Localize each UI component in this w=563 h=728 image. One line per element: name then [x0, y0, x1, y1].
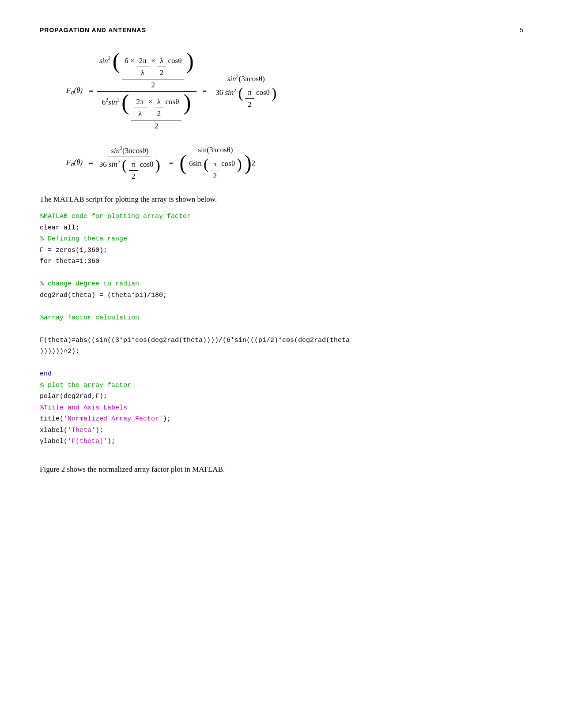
code-line-8: deg2rad(theta) = (theta*pi)/180; [40, 290, 523, 301]
code-ylabel-start: ylabel( [40, 438, 68, 445]
code-line-blank2 [40, 301, 523, 312]
code-f-zeros: F = zeros(1,360); [40, 247, 107, 254]
equation-1: Fa(θ) = sin2 ( 6 × 2π λ × λ [66, 51, 523, 131]
code-line-blank3 [40, 323, 523, 335]
prose-figure2: Figure 2 shows the normalized array fact… [40, 465, 523, 474]
eq2-close-paren: ) [245, 153, 252, 174]
eq2-equals2: = [169, 159, 174, 168]
code-comment-4: %array factor calculation [40, 314, 139, 322]
code-xlabel-start: xlabel( [40, 427, 68, 434]
eq1-label: Fa(θ) [66, 86, 83, 96]
eq2-inner-fraction: sin(3πcosθ) 6sin ( π 2 cosθ ) [186, 145, 244, 181]
eq1-num-inner-frac: 6 × 2π λ × λ 2 cosθ 2 [122, 56, 184, 90]
code-title-end: ); [163, 415, 171, 423]
code-title-start: title( [40, 415, 64, 423]
code-for: for theta=1:360 [40, 258, 99, 265]
header-title: PROPAGATION AND ANTENNAS [40, 26, 146, 34]
eq1-denominator: 62sin2 ( 2π λ × λ 2 cosθ [99, 92, 194, 132]
code-xlabel-str: 'Theta' [68, 427, 95, 434]
page-header: PROPAGATION AND ANTENNAS 5 [40, 26, 523, 34]
code-line-21: ylabel('F(theta)'); [40, 436, 523, 447]
code-comment-1: %MATLAB code for plotting array factor [40, 213, 191, 220]
code-line-15: end [40, 368, 523, 380]
prose-matlab-intro: The MATLAB script for plotting the array… [40, 195, 523, 204]
code-comment-2: % Defining theta range [40, 235, 127, 243]
code-title-str: 'Normalized Array Factor' [64, 415, 163, 423]
eq2-label: Fa(θ) [66, 158, 83, 168]
eq1-main-fraction: sin2 ( 6 × 2π λ × λ 2 cosθ [97, 51, 196, 131]
code-line-1: %MATLAB code for plotting array factor [40, 211, 523, 222]
code-line-19: title('Normalized Array Factor'); [40, 413, 523, 425]
eq2-exponent: 2 [252, 159, 256, 168]
code-line-5: for theta=1:360 [40, 256, 523, 267]
eq1-equals1: = [89, 87, 93, 96]
code-line-20: xlabel('Theta'); [40, 425, 523, 436]
code-line-18: %Title and Axis Labels [40, 402, 523, 414]
eq1-equals2: = [203, 87, 207, 96]
math-section-1: Fa(θ) = sin2 ( 6 × 2π λ × λ [66, 51, 523, 182]
code-deg2rad: deg2rad(theta) = (theta*pi)/180; [40, 292, 167, 299]
code-block: %MATLAB code for plotting array factor c… [40, 211, 523, 447]
code-ftheta2: ))))))^2); [40, 348, 79, 355]
equation-2: Fa(θ) = sin2(3πcosθ) 36 sin2 ( π 2 cosθ … [66, 145, 523, 182]
code-polar: polar(deg2rad,F); [40, 393, 107, 400]
code-line-12: F(theta)=abs((sin((3*pi*cos(deg2rad(thet… [40, 335, 523, 346]
code-comment-3: % change degree to radian [40, 280, 139, 288]
eq1-simplified-fraction: sin2(3πcosθ) 36 sin2 ( π 2 cosθ ) [213, 73, 279, 110]
code-ftheta1: F(theta)=abs((sin((3*pi*cos(deg2rad(thet… [40, 337, 350, 344]
eq2-fraction: sin2(3πcosθ) 36 sin2 ( π 2 cosθ ) [97, 145, 163, 182]
code-line-13: ))))))^2); [40, 346, 523, 357]
eq1-numerator: sin2 ( 6 × 2π λ × λ 2 cosθ [97, 51, 196, 92]
eq2-open-paren: ( [179, 153, 186, 174]
header-page-number: 5 [520, 26, 523, 34]
code-xlabel-end: ); [95, 427, 103, 434]
code-line-7: % change degree to radian [40, 278, 523, 290]
code-line-blank1 [40, 267, 523, 279]
eq2-equals1: = [89, 159, 93, 168]
code-line-2: clear all; [40, 222, 523, 234]
code-line-4: F = zeros(1,360); [40, 245, 523, 256]
code-end: end [40, 370, 52, 378]
code-clear: clear [40, 224, 64, 232]
code-comment-6: %Title and Axis Labels [40, 404, 127, 412]
code-line-blank4 [40, 357, 523, 369]
code-comment-5: % plot the array factor [40, 382, 131, 389]
code-line-17: polar(deg2rad,F); [40, 391, 523, 402]
code-ylabel-end: ); [107, 438, 115, 445]
code-ylabel-str: 'F(theta)' [68, 438, 107, 445]
code-line-10: %array factor calculation [40, 312, 523, 324]
code-line-16: % plot the array factor [40, 380, 523, 391]
code-line-3: % Defining theta range [40, 233, 523, 245]
